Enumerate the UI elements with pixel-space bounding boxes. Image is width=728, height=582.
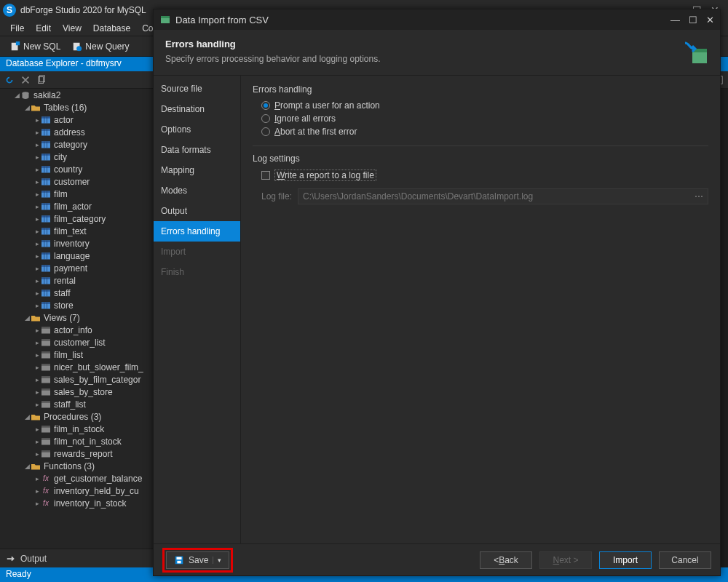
tree-table-icon: [41, 165, 51, 174]
tree-proc[interactable]: ▸film_in_stock: [0, 423, 153, 435]
tree-view[interactable]: ▸customer_list: [0, 336, 153, 348]
radio-icon: [261, 127, 270, 136]
tree-func[interactable]: ▸fxget_customer_balance: [0, 472, 153, 485]
radio-prompt[interactable]: Prompt a user for an action: [261, 100, 708, 111]
new-sql-button[interactable]: New SQL: [6, 40, 65, 53]
tree-label: inventory_held_by_cu: [54, 486, 139, 496]
wizard-step[interactable]: Errors handling: [154, 221, 240, 242]
dialog-close-icon[interactable]: ✕: [706, 15, 714, 25]
svg-rect-84: [41, 376, 50, 378]
tree-label: actor: [54, 115, 74, 125]
svg-rect-78: [41, 339, 50, 340]
wizard-steps: Source fileDestinationOptionsData format…: [154, 76, 241, 543]
caret-icon: ◢: [23, 413, 31, 420]
tree-table[interactable]: ▸inventory: [0, 237, 153, 250]
tree-table[interactable]: ▸film_category: [0, 212, 153, 225]
tree-table[interactable]: ▸category: [0, 138, 153, 151]
tree-table[interactable]: ▸rental: [0, 274, 153, 287]
svg-rect-82: [41, 364, 50, 365]
back-button[interactable]: < Back: [480, 551, 532, 569]
dialog-maximize-icon[interactable]: ☐: [689, 15, 697, 25]
radio-ignore[interactable]: Ignore all errors: [261, 113, 708, 124]
tree-table[interactable]: ▸film: [0, 188, 153, 200]
output-tab[interactable]: Output: [0, 549, 153, 567]
tree-view-icon: [41, 326, 51, 335]
tree-view[interactable]: ▸sales_by_store: [0, 386, 153, 398]
wizard-step[interactable]: Options: [154, 119, 240, 140]
tree-func[interactable]: ▸fxinventory_held_by_cu: [0, 485, 153, 497]
menu-view[interactable]: View: [58, 22, 86, 35]
tree-label: inventory_in_stock: [54, 498, 126, 509]
tree-view[interactable]: ▸nicer_but_slower_film_: [0, 361, 153, 373]
tree-view[interactable]: ▸staff_list: [0, 398, 153, 410]
tree-table[interactable]: ▸film_text: [0, 225, 153, 237]
dialog-minimize-icon[interactable]: —: [670, 15, 680, 25]
caret-icon: ▸: [33, 376, 41, 383]
tree-table[interactable]: ▸country: [0, 163, 153, 175]
save-button[interactable]: Save ▾: [166, 551, 229, 569]
tree-table[interactable]: ▸staff: [0, 287, 153, 299]
copy-icon[interactable]: [36, 75, 47, 85]
svg-rect-76: [41, 327, 50, 328]
import-button[interactable]: Import: [599, 551, 652, 569]
tree-table[interactable]: ▸address: [0, 126, 153, 138]
svg-rect-101: [177, 560, 181, 563]
browse-icon[interactable]: ⋯: [695, 191, 703, 202]
check-write-log[interactable]: Write a report to a log file: [261, 170, 708, 181]
svg-rect-20: [41, 141, 50, 143]
tree-views-folder[interactable]: ◢Views (7): [0, 311, 153, 324]
new-sql-icon: [10, 41, 20, 52]
wizard-step[interactable]: Data formats: [154, 140, 240, 160]
tree-table[interactable]: ▸language: [0, 250, 153, 262]
caret-icon: ▸: [33, 290, 41, 297]
refresh-icon[interactable]: [4, 75, 15, 85]
tree-table[interactable]: ▸customer: [0, 175, 153, 188]
tree-table[interactable]: ▸city: [0, 151, 153, 163]
menu-file[interactable]: File: [6, 22, 28, 35]
svg-rect-48: [41, 228, 50, 229]
tree-proc[interactable]: ▸film_not_in_stock: [0, 435, 153, 447]
chevron-down-icon[interactable]: ▾: [213, 557, 221, 564]
tree-table-icon: [41, 276, 51, 285]
tree-table[interactable]: ▸film_actor: [0, 200, 153, 212]
tree-db[interactable]: ◢sakila2: [0, 89, 153, 101]
checkbox-icon: [261, 171, 270, 180]
tree-proc[interactable]: ▸rewards_report: [0, 447, 153, 460]
tree-table[interactable]: ▸store: [0, 299, 153, 311]
tree-label: sales_by_store: [54, 387, 113, 397]
tree-table-icon: [41, 153, 51, 162]
wizard-import-icon: [682, 39, 708, 65]
tree-tables-folder[interactable]: ◢Tables (16): [0, 101, 153, 113]
menu-edit[interactable]: Edit: [31, 22, 55, 35]
tree-procs-folder-icon: [31, 412, 41, 421]
wizard-step[interactable]: Source file: [154, 79, 240, 99]
tree-func-icon: fx: [41, 487, 51, 495]
new-query-button[interactable]: New Query: [68, 40, 133, 53]
radio-abort[interactable]: Abort at the first error: [261, 127, 708, 137]
tree-table-icon: [41, 227, 51, 236]
wizard-step[interactable]: Mapping: [154, 160, 240, 180]
tree-label: film_actor: [54, 202, 92, 212]
caret-icon: ▸: [33, 154, 41, 161]
svg-rect-92: [41, 438, 50, 439]
tree-view[interactable]: ▸film_list: [0, 348, 153, 361]
caret-icon: ▸: [33, 178, 41, 186]
tree-func-icon: fx: [41, 474, 51, 483]
menu-database[interactable]: Database: [89, 22, 135, 35]
wizard-step[interactable]: Output: [154, 201, 240, 221]
delete-icon[interactable]: [20, 75, 31, 85]
wizard-step[interactable]: Destination: [154, 99, 240, 119]
tree-view[interactable]: ▸sales_by_film_categor: [0, 373, 153, 386]
tree-view-icon: [41, 351, 51, 359]
tree-view[interactable]: ▸actor_info: [0, 324, 153, 336]
cancel-button[interactable]: Cancel: [659, 551, 711, 569]
database-tree[interactable]: ◢sakila2◢Tables (16)▸actor▸address▸categ…: [0, 89, 153, 549]
tree-func[interactable]: ▸fxinventory_in_stock: [0, 497, 153, 509]
tree-procs-folder[interactable]: ◢Procedures (3): [0, 410, 153, 423]
caret-icon: ◢: [23, 463, 31, 470]
tree-funcs-folder[interactable]: ◢Functions (3): [0, 460, 153, 472]
tree-label: film_not_in_stock: [54, 436, 122, 447]
wizard-step[interactable]: Modes: [154, 180, 240, 201]
tree-table[interactable]: ▸actor: [0, 113, 153, 126]
tree-table[interactable]: ▸payment: [0, 262, 153, 274]
